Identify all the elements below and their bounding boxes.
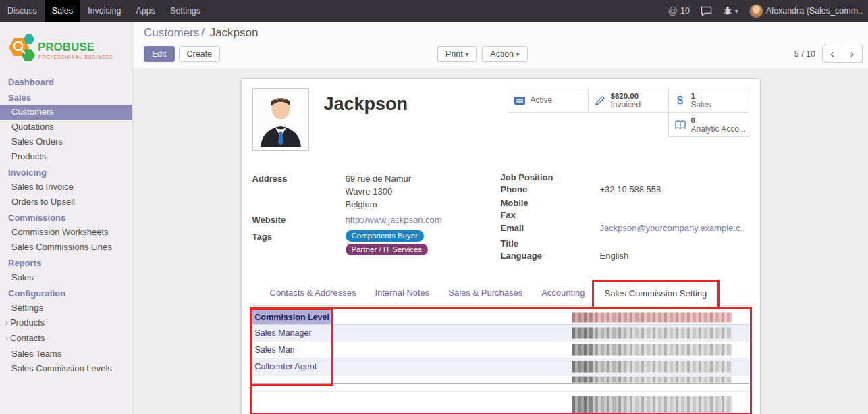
stat-label: Sales <box>691 101 711 109</box>
logo-subtitle: PROFESSIONAL BUSINESS <box>38 55 113 59</box>
website-link[interactable]: http://www.jackpson.com <box>346 213 442 226</box>
topbar-systray: @ 10 ▾ Alexandra (Sales_comm.. <box>668 0 868 22</box>
record-title: Jackpson <box>324 94 408 156</box>
mention-counter[interactable]: @ 10 <box>668 5 690 16</box>
stat-label: Analytic Acco... <box>691 125 745 134</box>
redacted-footer-cell <box>572 396 732 413</box>
address-label: Address <box>252 172 346 211</box>
tab-sales-commission-setting[interactable]: Sales Commission Setting <box>595 282 717 306</box>
sidebar-item-sales-to-invoice[interactable]: Sales to Invoice <box>0 180 132 195</box>
menu-discuss[interactable]: Discuss <box>0 0 45 22</box>
pager: ‹ › <box>822 45 863 63</box>
bug-icon <box>723 6 732 16</box>
sidebar-item-sales-orders[interactable]: Sales Orders <box>0 134 132 149</box>
record-image <box>252 88 309 151</box>
stat-button-invoiced[interactable]: $620.00 Invoiced <box>588 88 669 113</box>
sidebar-item-report-sales[interactable]: Sales <box>0 270 132 285</box>
menu-settings[interactable]: Settings <box>163 0 208 22</box>
table-empty-row <box>252 376 749 384</box>
sidebar-item-quotations[interactable]: Quotations <box>0 120 132 134</box>
menu-apps[interactable]: Apps <box>128 0 163 22</box>
notebook-tabs: Contacts & Addresses Internal Notes Sale… <box>252 282 749 306</box>
print-menu-button[interactable]: Print ▾ <box>437 46 477 62</box>
field-groups: Address 69 rue de Namur Wavre 1300 Belgi… <box>252 172 749 263</box>
debug-menu[interactable]: ▾ <box>723 6 738 16</box>
sidebar: PROBUSE PROFESSIONAL BUSINESS Dashboard … <box>0 22 133 414</box>
sidebar-item-label: Products <box>10 317 45 328</box>
book-icon <box>672 120 688 130</box>
language-label: Language <box>501 251 600 261</box>
table-row-sales-man[interactable]: Sales Man <box>252 342 749 359</box>
stat-value: 0 <box>691 116 745 125</box>
tags-label: Tags <box>252 230 346 257</box>
sidebar-item-sales-teams[interactable]: Sales Teams <box>0 346 132 361</box>
pager-next-button[interactable]: › <box>842 45 863 63</box>
tab-accounting[interactable]: Accounting <box>532 282 594 305</box>
sidebar-item-config-settings[interactable]: Settings <box>0 301 132 315</box>
caret-down-icon: ▾ <box>735 7 738 15</box>
tab-sales-purchases[interactable]: Sales & Purchases <box>439 282 532 305</box>
redacted-cell <box>572 376 732 382</box>
stat-buttons: Active $620.00 Invoiced <box>507 88 749 137</box>
edit-button[interactable]: Edit <box>144 46 175 62</box>
email-link[interactable]: Jackpson@yourcompany.example.c.. <box>600 223 745 233</box>
cell-commission-level: Callcenter Agent <box>252 362 332 371</box>
tab-internal-notes[interactable]: Internal Notes <box>365 282 439 305</box>
tab-label: Sales Commission Setting <box>605 288 707 299</box>
commission-table: Commission Level Sales Manager Sales Man… <box>252 310 749 414</box>
sidebar-item-label: Contacts <box>10 333 45 343</box>
sidebar-item-orders-to-upsell[interactable]: Orders to Upsell <box>0 195 132 209</box>
pager-previous-button[interactable]: ‹ <box>822 45 842 63</box>
breadcrumb-current: Jackpson <box>210 26 259 39</box>
app-menus: Discuss Sales Invoicing Apps Settings <box>0 0 208 22</box>
redacted-column-header <box>572 312 732 322</box>
sidebar-heading-invoicing[interactable]: Invoicing <box>0 164 132 180</box>
stat-button-active[interactable]: Active <box>508 88 589 113</box>
menu-invoicing[interactable]: Invoicing <box>80 0 128 22</box>
user-name: Alexandra (Sales_comm.. <box>766 6 863 16</box>
sidebar-heading-commissions[interactable]: Commissions <box>0 209 132 225</box>
sidebar-item-products[interactable]: Products <box>0 149 132 164</box>
action-menu-button[interactable]: Action ▾ <box>482 46 527 62</box>
tags-value: Components Buyer Partner / IT Services <box>346 230 429 257</box>
phone-label: Phone <box>501 184 600 195</box>
column-header-commission-level[interactable]: Commission Level <box>252 310 332 324</box>
active-toggle-icon <box>512 95 528 106</box>
mention-count: 10 <box>680 6 690 16</box>
sidebar-item-customers[interactable]: Customers <box>0 105 132 120</box>
language-value: English <box>600 251 629 261</box>
sidebar-item-config-contacts[interactable]: ›Contacts <box>0 331 132 346</box>
table-row-sales-manager[interactable]: Sales Manager <box>252 325 749 342</box>
create-button[interactable]: Create <box>179 46 221 62</box>
print-label: Print <box>445 49 463 59</box>
table-row-callcenter-agent[interactable]: Callcenter Agent <box>252 359 749 376</box>
address-value: 69 rue de Namur Wavre 1300 Belgium <box>346 172 412 211</box>
fax-label: Fax <box>501 210 600 220</box>
at-icon: @ <box>668 5 678 16</box>
email-label: Email <box>501 223 600 233</box>
person-avatar <box>255 91 306 147</box>
stat-value: 1 <box>691 92 711 101</box>
redacted-cell <box>572 344 732 356</box>
stat-button-sales[interactable]: $ 1 Sales <box>668 88 749 113</box>
tag-components-buyer: Components Buyer <box>346 230 424 242</box>
sidebar-item-sales-commission-levels[interactable]: Sales Commission Levels <box>0 361 132 376</box>
table-footer <box>252 392 749 414</box>
stat-value: $620.00 <box>611 92 641 101</box>
user-menu[interactable]: Alexandra (Sales_comm.. <box>749 4 863 18</box>
sidebar-heading-dashboard[interactable]: Dashboard <box>0 74 132 89</box>
sidebar-heading-sales[interactable]: Sales <box>0 89 132 105</box>
sidebar-heading-configuration[interactable]: Configuration <box>0 285 132 301</box>
caret-down-icon: ▾ <box>516 51 520 58</box>
tab-contacts-addresses[interactable]: Contacts & Addresses <box>261 282 366 305</box>
messages-icon[interactable] <box>701 6 712 16</box>
sidebar-item-config-products[interactable]: ›Products <box>0 315 132 331</box>
menu-sales[interactable]: Sales <box>45 0 80 22</box>
sidebar-heading-reports[interactable]: Reports <box>0 255 132 270</box>
cell-commission-level: Sales Manager <box>252 328 332 338</box>
breadcrumb-customers[interactable]: Customers <box>144 26 199 39</box>
sidebar-item-sales-commissions-lines[interactable]: Sales Commissions Lines <box>0 240 132 255</box>
sidebar-item-commission-worksheets[interactable]: Commission Worksheets <box>0 225 132 240</box>
top-navbar: Discuss Sales Invoicing Apps Settings @ … <box>0 0 868 22</box>
stat-button-analytic-accounts[interactable]: 0 Analytic Acco... <box>668 112 749 137</box>
